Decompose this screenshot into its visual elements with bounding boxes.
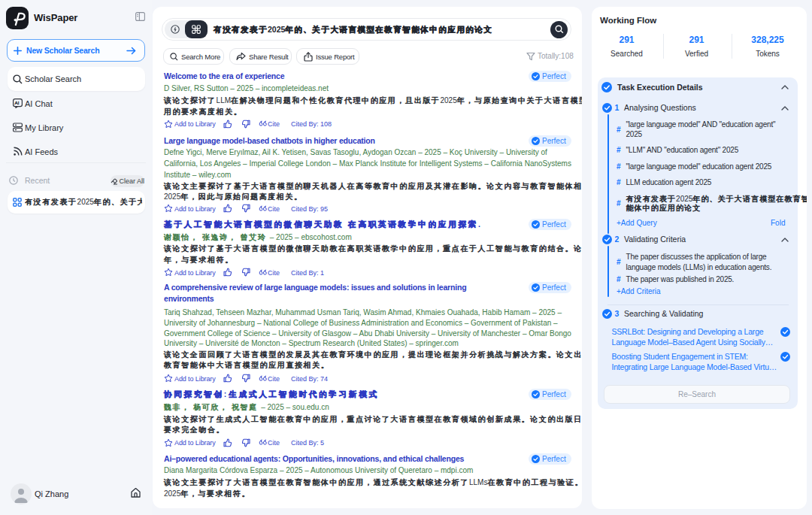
svg-text:AI: AI <box>15 100 20 105</box>
